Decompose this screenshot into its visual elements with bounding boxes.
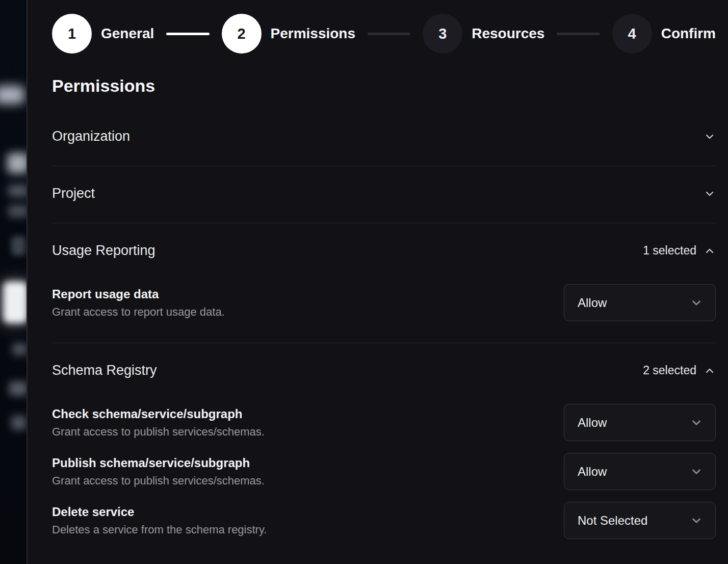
step-connector (557, 33, 600, 35)
step-permissions[interactable]: 2 Permissions (222, 14, 356, 54)
app-root: 1 General 2 Permissions 3 Resources 4 Co… (0, 0, 728, 564)
chevron-down-icon (690, 296, 703, 310)
permission-item-check-schema: Check schema/service/subgraph Grant acce… (52, 404, 716, 441)
step-connector (368, 33, 410, 35)
blurred-active-card (3, 281, 28, 323)
permission-select[interactable]: Allow (564, 284, 716, 321)
step-label: General (101, 25, 154, 42)
step-number-circle: 1 (52, 14, 92, 54)
chevron-down-icon (690, 465, 703, 478)
permission-text: Check schema/service/subgraph Grant acce… (52, 407, 265, 439)
permission-item-publish-schema: Publish schema/service/subgraph Grant ac… (52, 453, 716, 490)
blurred-text-line (8, 185, 28, 197)
section-schema-registry: Schema Registry 2 selected Check schema/… (52, 343, 716, 560)
selected-count-badge: 2 selected (643, 364, 696, 377)
permission-items: Check schema/service/subgraph Grant acce… (52, 404, 716, 539)
step-number-circle: 4 (612, 14, 652, 54)
permission-text: Delete service Deletes a service from th… (52, 505, 267, 536)
permission-select[interactable]: Not Selected (564, 502, 716, 539)
wizard-stepper: 1 General 2 Permissions 3 Resources 4 Co… (52, 14, 716, 54)
section-title: Project (52, 186, 95, 201)
section-header-organization[interactable]: Organization (52, 129, 716, 144)
select-value: Allow (578, 296, 607, 310)
chevron-up-icon (704, 245, 716, 257)
permission-sections: Organization Project Usage Rep (52, 109, 716, 560)
permission-item-delete-service: Delete service Deletes a service from th… (52, 502, 716, 539)
blurred-nav-item (9, 381, 28, 396)
permission-text: Publish schema/service/subgraph Grant ac… (52, 456, 265, 488)
section-title: Schema Registry (52, 363, 157, 378)
permission-description: Grant access to publish services/schemas… (52, 474, 265, 488)
permission-item-report-usage-data: Report usage data Grant access to report… (52, 284, 716, 321)
chevron-down-icon (704, 131, 716, 143)
select-value: Allow (578, 465, 607, 479)
step-label: Confirm (661, 25, 716, 42)
section-header-right: 1 selected (643, 244, 716, 258)
blurred-text-line (8, 205, 28, 217)
chevron-down-icon (690, 416, 703, 429)
permission-title: Delete service (52, 505, 267, 519)
chevron-down-icon (690, 514, 703, 527)
blurred-sidebar (0, 0, 28, 564)
step-label: Resources (472, 25, 544, 42)
section-usage-reporting: Usage Reporting 1 selected Report usage … (52, 223, 716, 343)
permission-select[interactable]: Allow (564, 453, 716, 490)
page-title: Permissions (52, 76, 716, 96)
section-title: Usage Reporting (52, 243, 155, 259)
section-project: Project (52, 166, 716, 223)
section-header-schema-registry[interactable]: Schema Registry 2 selected (52, 363, 716, 378)
step-general[interactable]: 1 General (52, 14, 154, 54)
permission-title: Publish schema/service/subgraph (52, 456, 265, 470)
section-header-right: 2 selected (643, 364, 716, 377)
permission-items: Report usage data Grant access to report… (52, 284, 716, 321)
permission-title: Check schema/service/subgraph (52, 407, 265, 421)
permission-description: Grant access to report usage data. (52, 305, 225, 319)
step-number-circle: 2 (222, 14, 262, 54)
step-confirm[interactable]: 4 Confirm (612, 14, 716, 54)
blurred-nav-item (12, 343, 28, 355)
blurred-logo (0, 86, 24, 104)
section-title: Organization (52, 129, 130, 144)
selected-count-badge: 1 selected (643, 244, 696, 258)
step-number-circle: 3 (423, 14, 462, 54)
select-value: Allow (578, 416, 607, 430)
select-value: Not Selected (578, 514, 647, 528)
blurred-heading (7, 153, 28, 173)
step-label: Permissions (271, 25, 356, 42)
chevron-down-icon (704, 188, 716, 200)
blurred-icon (11, 236, 25, 255)
permission-select[interactable]: Allow (564, 404, 716, 441)
permission-title: Report usage data (52, 287, 225, 301)
permission-description: Deletes a service from the schema regist… (52, 523, 267, 536)
wizard-panel: 1 General 2 Permissions 3 Resources 4 Co… (28, 0, 728, 564)
step-resources[interactable]: 3 Resources (423, 14, 544, 54)
section-header-project[interactable]: Project (52, 186, 716, 201)
permission-description: Grant access to publish services/schemas… (52, 425, 265, 439)
step-connector (166, 33, 209, 35)
permission-text: Report usage data Grant access to report… (52, 287, 225, 319)
blurred-nav-item (11, 416, 27, 430)
section-organization: Organization (52, 109, 716, 166)
chevron-up-icon (704, 365, 716, 377)
section-header-usage-reporting[interactable]: Usage Reporting 1 selected (52, 243, 716, 259)
